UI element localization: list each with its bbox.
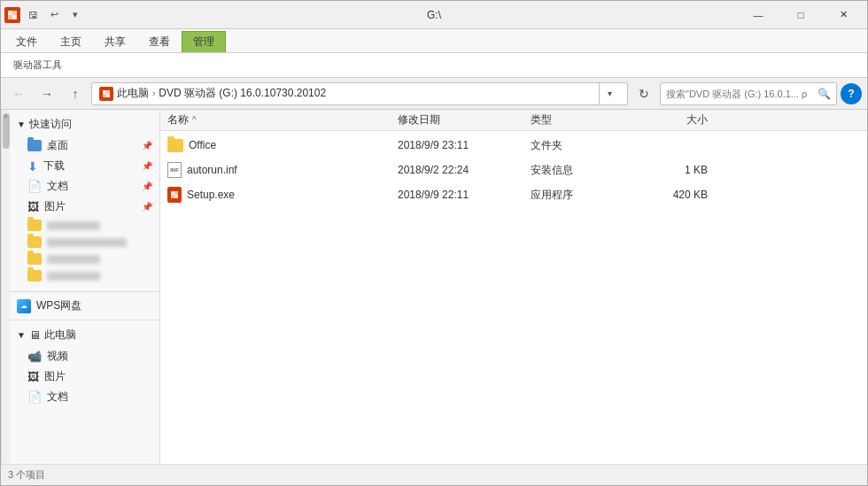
- address-dropdown-button[interactable]: ▾: [599, 82, 620, 105]
- sidebar-item-videos[interactable]: 📹 视频: [10, 346, 159, 366]
- yellow-folder-icon-2: [27, 236, 42, 248]
- help-button[interactable]: ?: [841, 83, 862, 104]
- pictures-folder-icon: 🖼: [27, 370, 39, 383]
- col-header-size[interactable]: 大小: [637, 112, 708, 127]
- file-list-header: 名称 ^ 修改日期 类型 大小: [160, 110, 867, 131]
- file-list-body: Office 2018/9/9 23:11 文件夹 autorun.inf 20…: [160, 131, 867, 464]
- file-type-setup: 应用程序: [531, 188, 637, 203]
- documents-icon: 📄: [27, 180, 42, 193]
- undo-button[interactable]: ↩: [45, 6, 63, 24]
- tab-home[interactable]: 主页: [49, 31, 93, 52]
- svg-rect-2: [8, 15, 12, 19]
- file-size-setup: 420 KB: [637, 189, 708, 201]
- pin-icon-2: 📌: [142, 161, 152, 171]
- sidebar-item-blurred-3[interactable]: [10, 251, 159, 267]
- sort-arrow: ^: [192, 115, 197, 125]
- svg-rect-3: [12, 15, 17, 19]
- sidebar-item-documents2[interactable]: 📄 文档: [10, 387, 159, 407]
- this-pc-header[interactable]: ▼ 🖥 此电脑: [10, 324, 159, 346]
- yellow-folder-icon-3: [27, 253, 42, 265]
- this-pc-icon: 🖥: [29, 328, 41, 342]
- sidebar-item-pictures2[interactable]: 🖼 图片: [10, 366, 159, 387]
- ribbon-content: 驱动器工具: [1, 52, 867, 77]
- file-row-setup[interactable]: Setup.exe 2018/9/9 22:11 应用程序 420 KB: [160, 182, 867, 207]
- file-row-autorun[interactable]: autorun.inf 2018/9/2 22:24 安装信息 1 KB: [160, 158, 867, 182]
- pictures-icon: 🖼: [27, 200, 39, 213]
- inf-file-icon: [167, 162, 182, 178]
- quick-access-section: ▼ 快速访问 桌面 📌 ⬇ 下载: [10, 113, 159, 284]
- app-icon: [4, 7, 20, 23]
- wps-section: ☁ WPS网盘: [10, 291, 159, 316]
- sidebar-item-pictures[interactable]: 🖼 图片 📌: [10, 197, 159, 217]
- address-bar[interactable]: 此电脑 › DVD 驱动器 (G:) 16.0.10730.20102 ▾: [91, 82, 628, 105]
- ribbon-drivetool-label[interactable]: 驱动器工具: [8, 57, 67, 73]
- exe-file-icon: [167, 187, 182, 203]
- this-pc-section: ▼ 🖥 此电脑 📹 视频 🖼 图片 📄: [10, 320, 159, 407]
- col-header-type[interactable]: 类型: [531, 112, 637, 127]
- file-row-office[interactable]: Office 2018/9/9 23:11 文件夹: [160, 133, 867, 158]
- sidebar-item-blurred-4[interactable]: [10, 267, 159, 284]
- minimize-button[interactable]: —: [738, 1, 779, 29]
- title-bar-left: 🖫 ↩ ▾: [4, 6, 738, 24]
- svg-rect-7: [106, 94, 110, 97]
- folder-icon-office: [167, 139, 183, 152]
- tab-manage[interactable]: 管理: [182, 31, 226, 52]
- status-text: 3 个项目: [8, 468, 45, 482]
- toolbar: ← → ↑ 此电脑 › DVD 驱动器 (G:) 16.0.10730.2010…: [1, 78, 867, 110]
- blurred-label-4: [47, 272, 100, 281]
- yellow-folder-icon-1: [27, 220, 42, 231]
- address-this-pc: 此电脑: [117, 86, 149, 101]
- restore-button[interactable]: □: [780, 1, 821, 29]
- refresh-button[interactable]: ↻: [632, 82, 656, 105]
- blurred-label-2: [47, 238, 127, 247]
- explorer-window: 🖫 ↩ ▾ G:\ — □ ✕ 文件 主页 共享 查看 管理: [0, 0, 868, 486]
- quick-access-label: 快速访问: [29, 117, 72, 132]
- wps-icon: ☁: [17, 299, 31, 313]
- file-type-autorun: 安装信息: [531, 163, 637, 178]
- search-bar[interactable]: 🔍: [660, 82, 837, 105]
- col-header-date[interactable]: 修改日期: [398, 112, 531, 127]
- address-dvd: DVD 驱动器 (G:) 16.0.10730.20102: [159, 86, 326, 101]
- search-input[interactable]: [666, 89, 814, 99]
- close-button[interactable]: ✕: [823, 1, 864, 29]
- col-header-name[interactable]: 名称 ^: [167, 112, 398, 127]
- svg-rect-4: [103, 90, 106, 94]
- file-name-autorun: autorun.inf: [167, 162, 398, 178]
- forward-button[interactable]: →: [35, 82, 59, 105]
- title-bar: 🖫 ↩ ▾ G:\ — □ ✕: [1, 1, 867, 29]
- pin-icon: 📌: [142, 141, 152, 150]
- back-button[interactable]: ←: [6, 82, 31, 105]
- sidebar-scrollbar[interactable]: ▲: [1, 110, 10, 464]
- documents-folder-icon: 📄: [27, 390, 42, 404]
- svg-rect-5: [106, 90, 110, 94]
- quick-access-header[interactable]: ▼ 快速访问: [10, 113, 159, 135]
- search-icon: 🔍: [818, 88, 831, 100]
- svg-rect-8: [171, 191, 174, 195]
- sidebar-item-documents[interactable]: 📄 文档 📌: [10, 176, 159, 197]
- ribbon: 文件 主页 共享 查看 管理 驱动器工具: [1, 29, 867, 78]
- tab-share[interactable]: 共享: [93, 31, 137, 52]
- pin-icon-3: 📌: [142, 181, 152, 191]
- file-list: 名称 ^ 修改日期 类型 大小 Offi: [160, 110, 867, 464]
- file-date-setup: 2018/9/9 22:11: [398, 189, 531, 201]
- sidebar: ▲ ▼ 快速访问 桌面 📌: [1, 110, 160, 464]
- status-bar: 3 个项目: [1, 464, 867, 485]
- up-button[interactable]: ↑: [63, 82, 88, 105]
- sidebar-item-downloads[interactable]: ⬇ 下载 📌: [10, 156, 159, 176]
- sidebar-inner: ▼ 快速访问 桌面 📌 ⬇ 下载: [10, 110, 159, 464]
- svg-rect-10: [171, 195, 174, 198]
- svg-rect-0: [8, 11, 12, 15]
- video-folder-icon: 📹: [27, 350, 42, 363]
- tab-view[interactable]: 查看: [137, 31, 182, 52]
- quick-access-dropdown[interactable]: ▾: [66, 6, 84, 24]
- sidebar-item-wps[interactable]: ☁ WPS网盘: [10, 296, 159, 316]
- file-size-autorun: 1 KB: [637, 164, 708, 176]
- file-date-office: 2018/9/9 23:11: [398, 139, 531, 151]
- save-button[interactable]: 🖫: [24, 6, 42, 24]
- tab-file[interactable]: 文件: [4, 31, 49, 52]
- sidebar-item-blurred-2[interactable]: [10, 234, 159, 251]
- sidebar-item-desktop[interactable]: 桌面 📌: [10, 135, 159, 156]
- main-content: ▲ ▼ 快速访问 桌面 📌: [1, 110, 867, 464]
- sidebar-item-blurred-1[interactable]: [10, 217, 159, 234]
- pin-icon-4: 📌: [142, 202, 152, 212]
